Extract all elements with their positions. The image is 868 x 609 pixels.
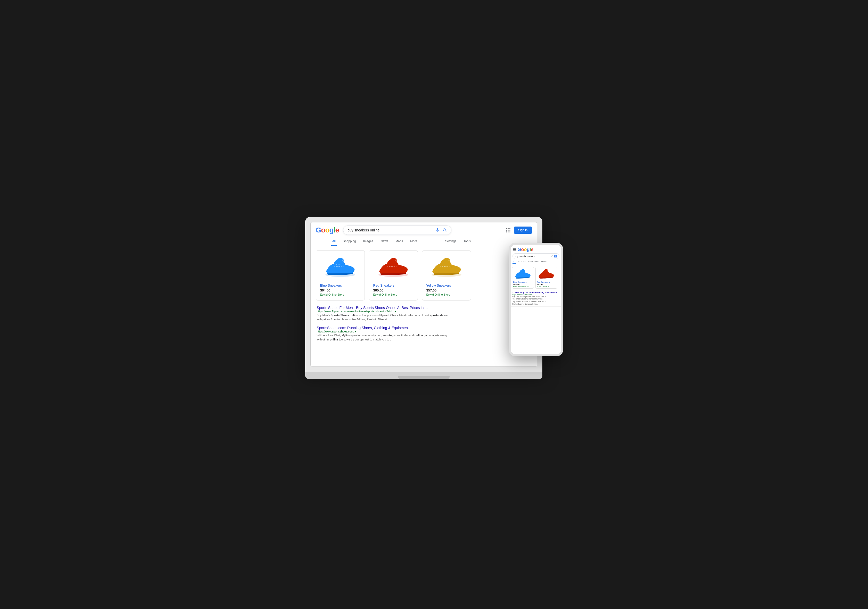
phone-blue-sneaker-store: Ecwid Online Store	[513, 285, 533, 287]
phone: Google buy sneakers online ALL I	[509, 243, 563, 356]
nav-tabs: All Shopping Images News Maps More Setti…	[316, 237, 532, 246]
hamburger-icon[interactable]	[513, 248, 516, 251]
result-snippet-sportsshoes: With our Live Chat, MyRunspiration commu…	[317, 333, 451, 342]
yellow-sneaker-name: Yellow Sneakers	[426, 284, 467, 287]
laptop-notch	[398, 376, 450, 379]
phone-tab-shopping[interactable]: SHOPPING	[528, 260, 539, 264]
laptop: Google buy sneakers online	[305, 217, 542, 387]
phone-google-logo: Google	[518, 247, 534, 252]
result-snippet-flipkart: Buy Men's Sports Shoes online at low pri…	[317, 313, 451, 322]
header-right: Sign in	[506, 226, 532, 234]
google-page: Google buy sneakers online	[311, 222, 537, 366]
tab-maps[interactable]: Maps	[394, 237, 404, 246]
result-title-sportsshoes[interactable]: SportsShoes.com: Running Shoes, Clothing…	[317, 326, 532, 330]
laptop-body: Google buy sneakers online	[305, 217, 542, 372]
search-input[interactable]: buy sneakers online	[347, 228, 433, 232]
svg-line-3	[445, 230, 446, 231]
phone-tab-maps[interactable]: MAPS	[541, 260, 547, 264]
result-item-flipkart: Sports Shoes For Men - Buy Sports Shoes …	[317, 306, 532, 322]
phone-search-input: buy sneakers online	[515, 255, 549, 257]
google-logo: Google	[316, 226, 339, 234]
laptop-screen: Google buy sneakers online	[310, 222, 537, 366]
blue-sneaker-name: Blue Sneakers	[320, 284, 360, 287]
tab-settings[interactable]: Settings	[444, 237, 457, 246]
phone-red-sneaker-image	[537, 268, 556, 281]
result-title-flipkart[interactable]: Sports Shoes For Men - Buy Sports Shoes …	[317, 306, 532, 310]
red-sneaker-name: Red Sneakers	[373, 284, 414, 287]
yellow-sneaker-store: Ecwid Online Store	[426, 293, 467, 296]
phone-result-title[interactable]: 21RUN: Buy discounted running shoes onli…	[513, 291, 560, 294]
result-item-sportsshoes: SportsShoes.com: Running Shoes, Clothing…	[317, 326, 532, 342]
product-card-blue[interactable]: Blue Sneakers $64.00 Ecwid Online Store	[316, 250, 365, 301]
search-results: Sports Shoes For Men - Buy Sports Shoes …	[316, 306, 532, 342]
signin-button[interactable]: Sign in	[514, 226, 532, 234]
phone-blue-sneaker-svg	[514, 268, 532, 280]
phone-header: Google	[511, 245, 561, 253]
tab-shopping[interactable]: Shopping	[342, 237, 357, 246]
search-icon[interactable]	[442, 228, 447, 232]
blue-sneaker-store: Ecwid Online Store	[320, 293, 360, 296]
phone-result-url: https://www.21run.com › ...	[513, 294, 560, 295]
phone-result-snippet: Buy new running shoes from 21run.com ✓ T…	[513, 295, 560, 305]
yellow-sneaker-price: $57.00	[426, 288, 467, 292]
phone-close-icon[interactable]	[550, 255, 553, 257]
mic-icon[interactable]	[435, 228, 440, 232]
phone-search-bar[interactable]: buy sneakers online	[513, 253, 560, 259]
phone-blue-sneaker-price: $64.00	[513, 283, 533, 285]
search-bar[interactable]: buy sneakers online	[343, 226, 451, 235]
phone-screen: Google buy sneakers online ALL I	[511, 245, 561, 354]
phone-nav-tabs: ALL IMAGES SHOPPING MAPS	[511, 260, 561, 265]
phone-products: Blue Sneakers $64.00 Ecwid Online Store	[511, 265, 561, 290]
phone-tab-images[interactable]: IMAGES	[518, 260, 526, 264]
phone-red-sneaker-store: Ecwid Online St...	[537, 285, 556, 287]
laptop-base	[305, 372, 542, 379]
google-header: Google buy sneakers online	[316, 226, 532, 235]
yellow-sneaker-svg	[430, 257, 463, 278]
tab-images[interactable]: Images	[362, 237, 374, 246]
product-card-yellow[interactable]: Yellow Sneakers $57.00 Ecwid Online Stor…	[422, 250, 471, 301]
phone-product-blue[interactable]: Blue Sneakers $64.00 Ecwid Online Store	[512, 267, 534, 289]
red-sneaker-price: $65.00	[373, 288, 414, 292]
phone-search-icon[interactable]	[554, 255, 557, 258]
blue-sneaker-svg	[324, 257, 357, 278]
result-url-flipkart: https://www.flipkart.com/mens-footwear/s…	[317, 310, 532, 313]
red-sneaker-image	[373, 255, 414, 280]
result-url-sportsshoes: https://www.sportsshoes.com/ ▾	[317, 330, 532, 333]
phone-product-red[interactable]: Red Sneakers $65.00 Ecwid Online St...	[535, 267, 557, 289]
tab-more[interactable]: More	[409, 237, 418, 246]
phone-result-21run: 21RUN: Buy discounted running shoes onli…	[511, 290, 561, 307]
apps-grid-icon[interactable]	[506, 228, 510, 232]
svg-point-2	[443, 229, 445, 231]
svg-rect-0	[437, 228, 438, 230]
phone-tab-all[interactable]: ALL	[513, 260, 516, 264]
scene: Google buy sneakers online	[305, 217, 563, 392]
red-sneaker-store: Ecwid Online Store	[373, 293, 414, 296]
phone-red-sneaker-price: $65.00	[537, 283, 556, 285]
tab-tools[interactable]: Tools	[462, 237, 472, 246]
yellow-sneaker-image	[426, 255, 467, 280]
phone-blue-sneaker-name: Blue Sneakers	[513, 281, 533, 283]
phone-red-sneaker-name: Red Sneakers	[537, 281, 556, 283]
phone-red-sneaker-svg	[537, 268, 555, 280]
phone-blue-sneaker-image	[513, 268, 533, 281]
tab-news[interactable]: News	[380, 237, 389, 246]
product-card-red[interactable]: Red Sneakers $65.00 Ecwid Online Store	[369, 250, 418, 301]
tab-all[interactable]: All	[331, 237, 337, 246]
red-sneaker-svg	[377, 257, 410, 278]
blue-sneaker-image	[320, 255, 360, 280]
blue-sneaker-price: $64.00	[320, 288, 360, 292]
shopping-cards: Blue Sneakers $64.00 Ecwid Online Store	[316, 250, 532, 301]
search-icons	[435, 228, 447, 232]
